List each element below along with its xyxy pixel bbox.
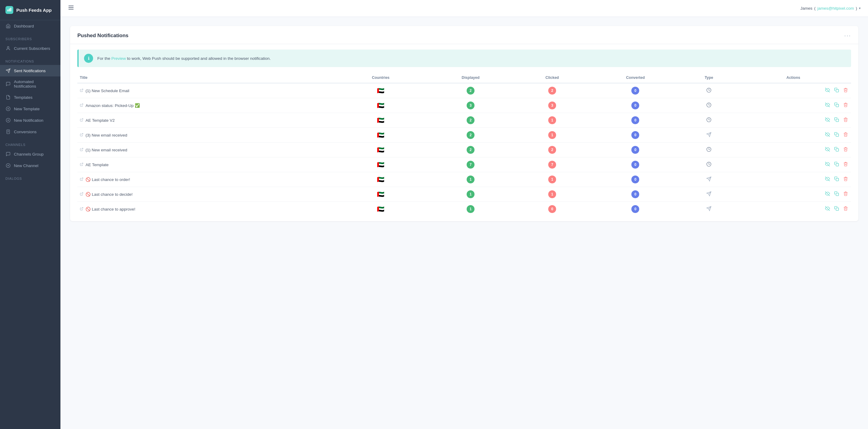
- svg-rect-42: [836, 148, 839, 151]
- external-link-icon[interactable]: [80, 89, 84, 93]
- copy-button[interactable]: [834, 191, 840, 198]
- cell-clicked: 3: [516, 98, 589, 113]
- channels-icon: [5, 151, 11, 157]
- delete-button[interactable]: [843, 191, 849, 198]
- copy-button[interactable]: [834, 102, 840, 109]
- external-link-icon[interactable]: [80, 148, 84, 152]
- converted-badge: 0: [631, 116, 639, 124]
- type-icon: [706, 103, 711, 108]
- preview-link[interactable]: Preview: [112, 56, 126, 61]
- cell-clicked: 2: [516, 83, 589, 98]
- delete-button[interactable]: [843, 146, 849, 154]
- external-link-icon[interactable]: [80, 207, 84, 211]
- delete-button[interactable]: [843, 161, 849, 168]
- hide-button[interactable]: [825, 131, 831, 139]
- row-title: AE Template V2: [86, 118, 115, 123]
- svg-rect-1: [9, 8, 10, 11]
- flag-icon: 🇦🇪: [377, 161, 384, 168]
- cell-clicked: 1: [516, 172, 589, 187]
- hide-button[interactable]: [825, 87, 831, 94]
- cell-title: Amazon status: Picked-Up ✅: [78, 98, 336, 113]
- flag-icon: 🇦🇪: [377, 87, 384, 94]
- svg-line-57: [81, 207, 83, 209]
- cell-actions: [736, 202, 851, 217]
- copy-button[interactable]: [834, 131, 840, 139]
- hide-button[interactable]: [825, 191, 831, 198]
- user-menu[interactable]: James ( james@hitpixel.com ) ▾: [800, 6, 861, 10]
- app-logo[interactable]: Push Feeds App: [0, 0, 60, 20]
- type-icon: [706, 89, 711, 94]
- delete-button[interactable]: [843, 176, 849, 183]
- external-link-icon[interactable]: [80, 103, 84, 107]
- sidebar: Push Feeds App Dashboard Subscribers Cur…: [0, 0, 60, 429]
- copy-button[interactable]: [834, 146, 840, 154]
- cell-displayed: 1: [426, 202, 516, 217]
- external-link-icon[interactable]: [80, 163, 84, 167]
- delete-button[interactable]: [843, 131, 849, 139]
- converted-badge: 0: [631, 131, 639, 139]
- copy-button[interactable]: [834, 176, 840, 183]
- svg-line-52: [81, 193, 83, 195]
- external-link-icon[interactable]: [80, 118, 84, 122]
- delete-button[interactable]: [843, 87, 849, 94]
- clicked-badge: 1: [548, 175, 556, 184]
- cell-clicked: 7: [516, 157, 589, 172]
- sidebar-item-dashboard[interactable]: Dashboard: [0, 20, 60, 32]
- new-channel-label: New Channel: [14, 163, 38, 168]
- user-paren-close: ): [856, 6, 858, 10]
- external-link-icon[interactable]: [80, 133, 84, 137]
- cell-title: AE Template V2: [78, 113, 336, 128]
- clicked-badge: 3: [548, 101, 556, 109]
- sidebar-item-automated-notifications[interactable]: Automated Notifications: [0, 76, 60, 92]
- external-link-icon[interactable]: [80, 177, 84, 182]
- converted-badge: 0: [631, 205, 639, 213]
- col-clicked: Clicked: [516, 72, 589, 83]
- sidebar-item-new-channel[interactable]: New Channel: [0, 160, 60, 171]
- delete-button[interactable]: [843, 205, 849, 213]
- card-menu-icon[interactable]: ···: [844, 32, 851, 39]
- sidebar-item-new-notification[interactable]: New Notification: [0, 114, 60, 126]
- svg-rect-38: [836, 134, 839, 137]
- external-link-icon[interactable]: [80, 192, 84, 196]
- cell-actions: [736, 128, 851, 142]
- cell-displayed: 2: [426, 128, 516, 142]
- sidebar-item-conversions[interactable]: Conversions: [0, 126, 60, 137]
- sidebar-item-new-template[interactable]: New Template: [0, 103, 60, 114]
- sidebar-item-channels-group[interactable]: Channels Group: [0, 148, 60, 160]
- type-icon: [706, 118, 711, 123]
- cell-displayed: 2: [426, 142, 516, 157]
- section-subscribers: Subscribers: [0, 32, 60, 43]
- displayed-badge: 2: [467, 87, 474, 95]
- app-name: Push Feeds App: [16, 7, 52, 13]
- converted-badge: 0: [631, 101, 639, 109]
- cell-countries: 🇦🇪: [336, 98, 426, 113]
- copy-button[interactable]: [834, 161, 840, 168]
- displayed-badge: 7: [467, 161, 474, 169]
- hide-button[interactable]: [825, 176, 831, 183]
- hide-button[interactable]: [825, 102, 831, 109]
- cell-type: [682, 202, 735, 217]
- chat-icon: [5, 81, 11, 87]
- home-icon: [5, 23, 11, 29]
- svg-point-3: [7, 46, 9, 48]
- copy-button[interactable]: [834, 87, 840, 94]
- copy-button[interactable]: [834, 117, 840, 124]
- delete-button[interactable]: [843, 102, 849, 109]
- svg-line-30: [81, 119, 83, 121]
- sidebar-item-sent-notifications[interactable]: Sent Notifications: [0, 65, 60, 76]
- user-email: james@hitpixel.com: [817, 6, 854, 10]
- svg-rect-29: [836, 104, 839, 107]
- delete-button[interactable]: [843, 117, 849, 124]
- cell-actions: [736, 113, 851, 128]
- hide-button[interactable]: [825, 146, 831, 154]
- hide-button[interactable]: [825, 205, 831, 213]
- menu-icon[interactable]: [68, 4, 74, 12]
- hide-button[interactable]: [825, 117, 831, 124]
- sidebar-item-templates[interactable]: Templates: [0, 92, 60, 103]
- sidebar-item-current-subscribers[interactable]: Current Subscribers: [0, 43, 60, 54]
- clicked-badge: 2: [548, 87, 556, 95]
- table-row: (1) New Schedule Email 🇦🇪 2 2 0: [78, 83, 851, 98]
- copy-button[interactable]: [834, 205, 840, 213]
- hide-button[interactable]: [825, 161, 831, 168]
- cell-type: [682, 83, 735, 98]
